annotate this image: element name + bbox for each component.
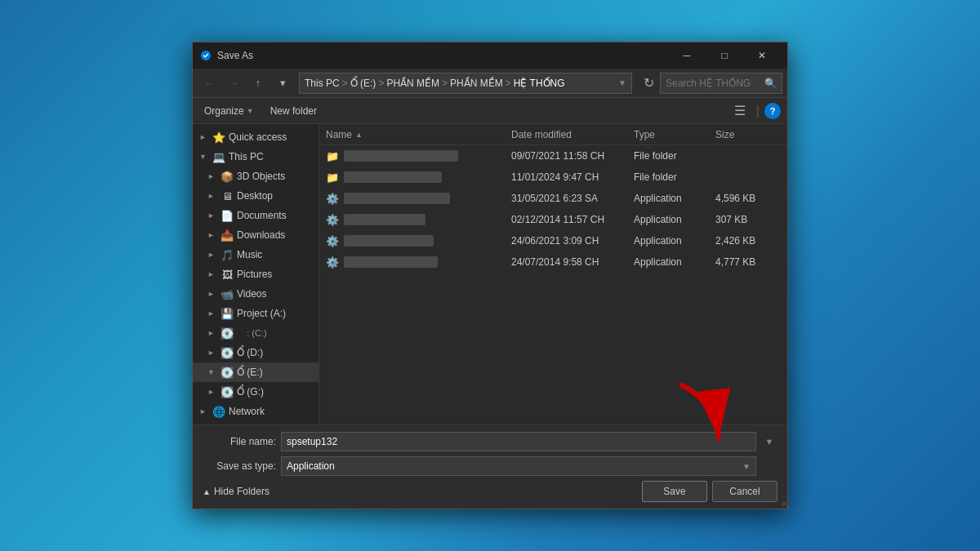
3d-objects-icon: 📦 — [220, 170, 234, 183]
expand-icon: ► — [207, 172, 217, 180]
organize-chevron-icon: ▼ — [247, 107, 254, 115]
column-name-header[interactable]: Name ▲ — [326, 129, 511, 140]
breadcrumb-item-3[interactable]: PHẦN MỀM — [450, 78, 503, 89]
sidebar-item-music[interactable]: ► 🎵 Music — [193, 245, 318, 264]
minimize-button[interactable]: ─ — [668, 42, 706, 69]
breadcrumb-item-4[interactable]: HỆ THỐNG — [514, 78, 565, 89]
organize-button[interactable]: Organize ▼ — [199, 103, 259, 119]
sidebar-label-videos: Videos — [237, 288, 312, 300]
breadcrumb-sep-2: > — [442, 78, 448, 89]
back-button[interactable]: ← — [198, 72, 220, 95]
sidebar-item-3d-objects[interactable]: ► 📦 3D Objects — [193, 167, 318, 186]
sidebar-item-quick-access[interactable]: ► ⭐ Quick access — [193, 127, 318, 147]
close-button[interactable]: ✕ — [743, 42, 781, 69]
forward-button[interactable]: → — [222, 72, 245, 95]
sidebar-item-desktop[interactable]: ► 🖥 Desktop — [193, 186, 318, 206]
sidebar-item-network[interactable]: ► 🌐 Network — [193, 402, 318, 421]
sidebar-item-videos[interactable]: ► 📹 Videos — [193, 284, 318, 304]
expand-icon: ► — [207, 309, 217, 318]
sidebar-label-downloads: Downloads — [237, 229, 312, 241]
file-type: File folder — [634, 171, 715, 183]
file-type: Application — [634, 214, 715, 225]
breadcrumb-sep-3: > — [506, 78, 511, 89]
file-row[interactable]: ⚙️ 02/12/2014 11:57 CH Application 307 K… — [319, 209, 787, 230]
sidebar: ► ⭐ Quick access ▼ 💻 This PC ► 📦 3D Obje… — [193, 124, 319, 424]
drive-e-icon: 💽 — [220, 366, 234, 379]
file-row[interactable]: ⚙️ 24/06/2021 3:09 CH Application 2,426 … — [319, 230, 787, 251]
navigation-toolbar: ← → ↑ ▾ This PC > Ổ (E:) > PHẦN MỀM > PH… — [193, 69, 787, 98]
breadcrumb-bar[interactable]: This PC > Ổ (E:) > PHẦN MỀM > PHẦN MỀM >… — [299, 73, 632, 94]
search-bar: 🔍 — [660, 73, 782, 94]
file-name-dropdown-arrow[interactable]: ▼ — [761, 437, 777, 447]
column-type-header[interactable]: Type — [634, 129, 715, 140]
breadcrumb-sep-1: > — [378, 78, 384, 89]
expand-icon: ► — [207, 270, 217, 278]
sidebar-label-drive-e: Ổ (E:) — [237, 367, 312, 378]
hide-folders-button[interactable]: ▲ Hide Folders — [203, 486, 270, 497]
expand-icon: ► — [207, 231, 217, 239]
up-button[interactable]: ↑ — [247, 72, 270, 95]
documents-icon: 📄 — [220, 209, 234, 222]
dialog-icon — [199, 49, 212, 62]
videos-icon: 📹 — [220, 287, 234, 300]
file-name-blurred — [344, 150, 458, 162]
save-type-row: Save as type: Application ▼ — [203, 456, 777, 476]
window-controls: ─ □ ✕ — [668, 42, 781, 69]
sidebar-item-downloads[interactable]: ► 📥 Downloads — [193, 225, 318, 245]
search-input[interactable] — [666, 78, 761, 89]
sidebar-item-drive-e[interactable]: ▼ 💽 Ổ (E:) — [193, 362, 318, 382]
app-icon: ⚙️ — [326, 193, 339, 205]
view-options-button[interactable]: ☰ — [728, 100, 751, 122]
breadcrumb-item-2[interactable]: PHẦN MỀM — [386, 78, 439, 89]
maximize-button[interactable]: □ — [706, 42, 743, 69]
resize-handle[interactable]: ⇱ — [777, 498, 788, 509]
folder-icon: 📁 — [326, 150, 339, 162]
file-row[interactable]: ⚙️ 24/07/2014 9:58 CH Application 4,777 … — [319, 251, 787, 273]
file-type: Application — [634, 193, 715, 204]
save-button[interactable]: Save — [642, 481, 707, 502]
expand-icon: ► — [207, 349, 217, 357]
save-type-chevron-icon: ▼ — [742, 462, 751, 471]
search-icon: 🔍 — [764, 78, 777, 89]
help-button[interactable]: ? — [764, 103, 781, 119]
file-name-row: File name: spsetup132 ▼ — [203, 432, 777, 451]
sidebar-item-this-pc[interactable]: ▼ 💻 This PC — [193, 147, 318, 167]
downloads-icon: 📥 — [220, 229, 234, 242]
file-name-blurred — [344, 193, 450, 204]
sidebar-item-pictures[interactable]: ► 🖼 Pictures — [193, 264, 318, 284]
title-bar: Save As ─ □ ✕ — [193, 42, 787, 69]
new-folder-button[interactable]: New folder — [265, 103, 322, 119]
expand-icon: ▼ — [207, 368, 217, 376]
file-size: 2,426 KB — [715, 235, 781, 247]
expand-icon: ► — [199, 407, 209, 415]
expand-icon: ► — [207, 388, 217, 396]
breadcrumb-item-0[interactable]: This PC — [305, 78, 340, 89]
sidebar-item-project-a[interactable]: ► 💾 Project (A:) — [193, 304, 318, 323]
sidebar-item-drive-g[interactable]: ► 💽 Ổ (G:) — [193, 382, 318, 402]
folder-icon: 📁 — [326, 171, 339, 184]
column-size-header[interactable]: Size — [715, 129, 781, 140]
sidebar-label-documents: Documents — [237, 210, 312, 221]
column-date-header[interactable]: Date modified — [511, 129, 634, 140]
dialog-title: Save As — [217, 50, 668, 61]
file-row[interactable]: 📁 11/01/2024 9:47 CH File folder — [319, 167, 787, 188]
sidebar-item-drive-c[interactable]: ► 💽 : (C:) — [193, 323, 318, 343]
cancel-button[interactable]: Cancel — [712, 481, 777, 502]
file-row[interactable]: ⚙️ 31/05/2021 6:23 SA Application 4,596 … — [319, 188, 787, 209]
sort-icon: ▲ — [355, 131, 363, 139]
file-row[interactable]: 📁 09/07/2021 11:58 CH File folder — [319, 145, 787, 167]
file-name-label: File name: — [203, 436, 276, 447]
sidebar-label-desktop: Desktop — [237, 190, 312, 202]
breadcrumb-item-1[interactable]: Ổ (E:) — [350, 78, 376, 89]
file-name-input[interactable]: spsetup132 — [281, 432, 756, 451]
recent-locations-button[interactable]: ▾ — [271, 72, 294, 95]
app-icon: ⚙️ — [326, 214, 339, 226]
file-date: 02/12/2014 11:57 CH — [511, 214, 634, 225]
file-type: Application — [634, 256, 715, 268]
sidebar-item-drive-d[interactable]: ► 💽 Ổ (D:) — [193, 343, 318, 362]
file-name-blurred — [344, 214, 425, 225]
save-type-select[interactable]: Application ▼ — [281, 456, 756, 476]
save-as-dialog: Save As ─ □ ✕ ← → ↑ ▾ This PC > Ổ (E:) >… — [192, 42, 788, 509]
refresh-button[interactable]: ↻ — [639, 73, 658, 93]
sidebar-item-documents[interactable]: ► 📄 Documents — [193, 206, 318, 225]
